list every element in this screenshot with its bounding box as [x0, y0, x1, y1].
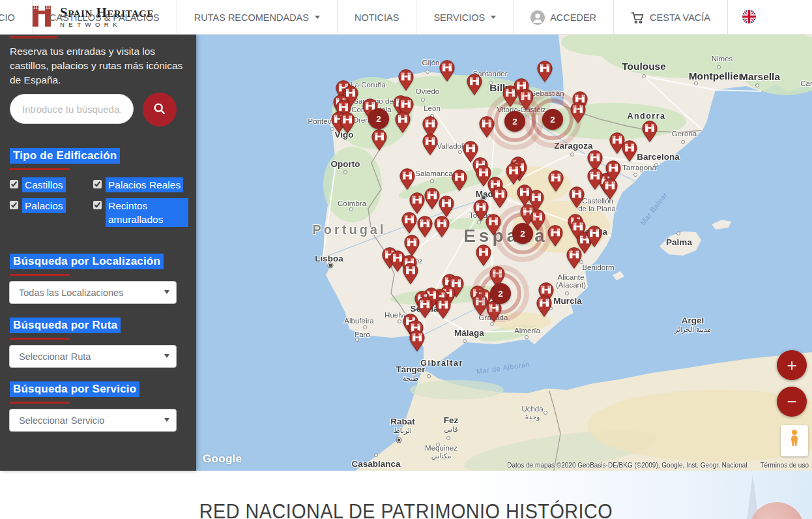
- castle-marker[interactable]: [452, 170, 467, 191]
- castle-marker[interactable]: [642, 121, 658, 142]
- castle-marker[interactable]: [409, 192, 425, 214]
- castle-marker[interactable]: [536, 295, 552, 317]
- town-dot: [565, 291, 569, 295]
- google-map-canvas[interactable]: La CoruñaGijónSantanderBilbaoSebastiánVi…: [196, 35, 812, 471]
- castle-marker[interactable]: [395, 111, 411, 133]
- terms-link[interactable]: Términos de uso: [761, 462, 809, 469]
- town-dot: [430, 179, 434, 183]
- castle-marker[interactable]: [340, 112, 355, 134]
- town-dot: [676, 231, 680, 235]
- filter-palacios-reales[interactable]: Palacios Reales: [93, 177, 188, 192]
- castle-marker[interactable]: [587, 168, 603, 190]
- map-label: León: [424, 104, 441, 112]
- castle-marker[interactable]: [401, 212, 417, 233]
- castle-marker[interactable]: [569, 186, 585, 208]
- map-label: Palma: [666, 237, 692, 247]
- zoom-in-button[interactable]: +: [777, 350, 807, 380]
- servicio-select-wrap: Seleccionar Servicio: [9, 409, 177, 432]
- map-label: Murcia: [553, 296, 582, 306]
- language-switch-english[interactable]: [727, 0, 770, 35]
- town-dot: [458, 150, 462, 154]
- filter-palacios[interactable]: Palacios: [10, 198, 88, 213]
- map-label: Andorra: [627, 111, 665, 121]
- town-dot: [694, 82, 698, 85]
- castle-marker[interactable]: [422, 134, 438, 155]
- castle-marker[interactable]: [399, 168, 415, 190]
- castle-marker[interactable]: [476, 245, 491, 266]
- search-button[interactable]: [143, 93, 177, 126]
- recintos-amurallados-checkbox[interactable]: [93, 201, 102, 209]
- section-heading: RED NACIONAL DE PATRIMONIO HISTÓRICO: [199, 500, 613, 519]
- marker-cluster[interactable]: 2: [504, 111, 525, 132]
- marker-cluster[interactable]: 2: [512, 223, 533, 244]
- localizacion-select[interactable]: Todas las Localizaciones: [9, 281, 177, 304]
- castle-marker[interactable]: [435, 297, 451, 319]
- top-navigation-bar: Spain Heritage NETWORK INICIO CASTILLOS …: [0, 0, 812, 35]
- main-nav: INICIO CASTILLOS & PALACIOS RUTAS RECOME…: [0, 0, 812, 35]
- chevron-down-icon: [491, 16, 496, 19]
- marker-cluster[interactable]: 2: [542, 109, 563, 130]
- town-dot: [570, 153, 574, 156]
- castle-marker[interactable]: [439, 60, 455, 82]
- castle-marker[interactable]: [439, 196, 454, 217]
- map-label: Salamanca: [415, 170, 453, 177]
- castle-marker[interactable]: [566, 247, 582, 269]
- google-logo[interactable]: Google: [203, 452, 242, 466]
- castle-marker[interactable]: [398, 69, 414, 91]
- castle-marker[interactable]: [602, 178, 618, 200]
- section-divider: [10, 168, 70, 170]
- palacios-reales-checkbox[interactable]: [93, 180, 102, 188]
- map-attribution: Datos de mapas ©2020 GeoBasis-DE/BKG (©2…: [507, 462, 809, 469]
- map-label: Tarragona: [622, 164, 656, 171]
- castle-marker[interactable]: [622, 140, 637, 162]
- nav-item-acceder[interactable]: ACCEDER: [513, 0, 613, 35]
- map-label: Fezفاس: [444, 415, 459, 433]
- nav-item-castillos-palacios[interactable]: CASTILLOS & PALACIOS: [32, 0, 177, 35]
- castle-marker[interactable]: [548, 170, 564, 192]
- castle-marker[interactable]: [537, 61, 553, 82]
- castillos-checkbox[interactable]: [10, 180, 18, 188]
- castle-marker[interactable]: [506, 163, 521, 185]
- town-dot: [490, 322, 494, 326]
- castle-marker[interactable]: [434, 216, 450, 237]
- nav-item-cesta[interactable]: CESTA VACÍA: [613, 0, 727, 35]
- servicio-select[interactable]: Seleccionar Servicio: [9, 409, 177, 432]
- town-dot: [463, 339, 467, 343]
- map-label: Portugal: [312, 222, 386, 237]
- pegman-icon: [787, 428, 802, 453]
- town-dot: [654, 163, 658, 167]
- castle-marker[interactable]: [403, 263, 418, 284]
- search-input[interactable]: [10, 94, 134, 124]
- shopping-cart-icon: [631, 11, 645, 24]
- castle-marker[interactable]: [587, 226, 602, 247]
- castle-marker[interactable]: [409, 330, 425, 351]
- castle-marker[interactable]: [417, 297, 433, 318]
- pegman-control[interactable]: [781, 425, 808, 456]
- castle-marker[interactable]: [467, 74, 482, 95]
- map-label: Marsella: [740, 71, 780, 83]
- map-label: Argelمدينة الجزائر: [674, 316, 711, 333]
- ruta-select[interactable]: Seleccionar Ruta: [9, 345, 177, 368]
- zoom-out-button[interactable]: −: [777, 387, 807, 417]
- castle-marker[interactable]: [492, 186, 508, 208]
- nav-item-rutas-recomendadas[interactable]: RUTAS RECOMENDADAS: [177, 0, 337, 35]
- map-label: Uchdaوجدة: [521, 405, 543, 421]
- map-label: Toulouse: [622, 61, 666, 72]
- castle-marker[interactable]: [404, 235, 420, 256]
- filter-recintos-amurallados[interactable]: Recintos amurallados: [93, 198, 188, 227]
- town-dot: [489, 81, 493, 85]
- palacios-checkbox[interactable]: [10, 201, 18, 209]
- map-label: Cann: [800, 80, 812, 87]
- filter-castillos[interactable]: Castillos: [10, 177, 88, 192]
- marker-cluster[interactable]: 2: [490, 283, 511, 304]
- castle-marker[interactable]: [424, 188, 440, 209]
- section-divider: [10, 338, 70, 340]
- map-label: Oviedo: [416, 87, 439, 95]
- nav-item-servicios[interactable]: SERVICIOS: [416, 0, 513, 35]
- town-dot: [717, 65, 721, 69]
- nav-item-noticias[interactable]: NOTICIAS: [337, 0, 416, 35]
- castle-marker[interactable]: [371, 129, 387, 151]
- person-circle-icon: [530, 10, 545, 25]
- marker-cluster[interactable]: 2: [368, 108, 389, 129]
- nav-item-inicio[interactable]: INICIO: [0, 0, 32, 35]
